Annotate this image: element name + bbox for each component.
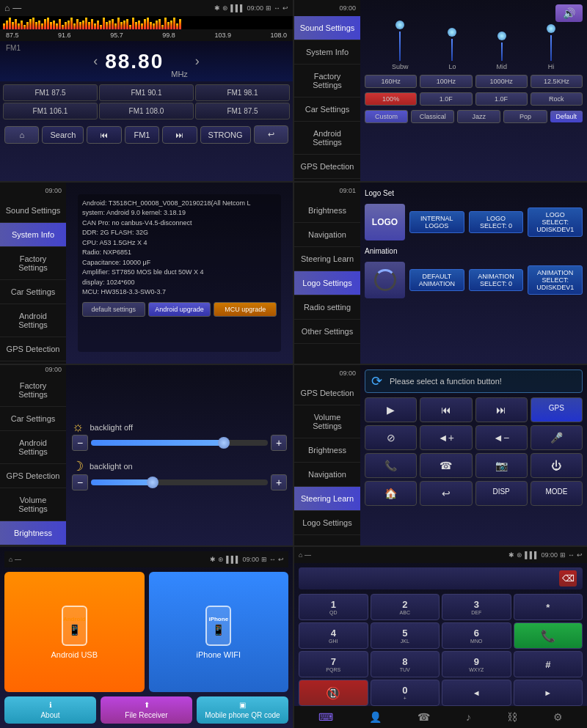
backlight-on-minus[interactable]: − — [72, 474, 88, 490]
menu-gps-detection[interactable]: GPS Detection — [0, 464, 66, 488]
subw-knob[interactable] — [395, 21, 404, 29]
internal-logos-btn[interactable]: INTERNAL LOGOS — [409, 211, 464, 233]
menu-android-settings[interactable]: Android Settings — [0, 304, 66, 337]
about-btn[interactable]: ℹ About — [4, 696, 96, 724]
menu-logo-settings[interactable]: Logo Settings — [294, 271, 360, 295]
preset-classical[interactable]: Classical — [411, 110, 454, 123]
logo-select-0-btn[interactable]: LOGO SELECT: 0 — [469, 211, 524, 233]
dial-5[interactable]: 5 JKL — [371, 622, 440, 649]
home-btn[interactable]: ⌂ — [4, 126, 39, 144]
dial-hash[interactable]: # — [514, 651, 583, 677]
dial-3[interactable]: 3 DEF — [442, 594, 511, 620]
dialer-nav-link[interactable]: ⛓ — [507, 711, 517, 723]
steer-prev-btn[interactable]: ⏮ — [420, 397, 472, 422]
dial-8[interactable]: 8 TUV — [371, 651, 440, 677]
qr-code-btn[interactable]: ▣ Mobile phone QR code — [197, 696, 288, 724]
preset-4[interactable]: FM1 106.1 — [3, 103, 98, 120]
steer-gps-btn[interactable]: GPS — [531, 397, 583, 422]
dialer-nav-phone[interactable]: ⌨ — [318, 711, 333, 723]
steer-play-btn[interactable]: ▶ — [365, 397, 417, 422]
menu-steering-learn[interactable]: Steering Learn — [294, 487, 360, 511]
steer-call-btn[interactable]: 📞 — [365, 453, 417, 478]
dialer-nav-contacts[interactable]: 👤 — [369, 711, 382, 723]
steer-power-btn[interactable]: ⏻ — [531, 453, 583, 478]
end-call-btn[interactable]: 📵 — [299, 680, 368, 706]
menu-car-settings[interactable]: Car Settings — [0, 280, 66, 304]
dialer-nav-recents[interactable]: ☎ — [418, 711, 430, 723]
menu-factory-settings[interactable]: Factory Settings — [0, 374, 66, 407]
menu-gps-detection[interactable]: GPS Detection — [294, 155, 360, 179]
freq-160hz[interactable]: 160Hz — [365, 75, 417, 88]
steer-mic-btn[interactable]: 🎤 — [531, 425, 583, 450]
file-receiver-btn[interactable]: ⬆ File Receiver — [101, 696, 192, 724]
steer-voldown-btn[interactable]: ◄− — [475, 425, 528, 450]
menu-gps-detection[interactable]: GPS Detection — [0, 337, 66, 361]
preset-6[interactable]: FM1 87.5 — [195, 103, 290, 120]
dialer-nav-music[interactable]: ♪ — [466, 711, 471, 723]
menu-android-settings[interactable]: Android Settings — [0, 431, 66, 464]
freq-prev-btn[interactable]: ‹ — [93, 54, 98, 69]
default-btn[interactable]: Default — [550, 111, 583, 122]
level-100[interactable]: 100% — [365, 92, 417, 106]
menu-factory-settings[interactable]: Factory Settings — [294, 65, 360, 98]
menu-system-info[interactable]: System Info — [294, 40, 360, 65]
backspace-btn[interactable]: ⌫ — [559, 570, 577, 587]
menu-sound-settings[interactable]: Sound Settings — [294, 16, 360, 40]
dial-nav1[interactable]: ◄ — [442, 680, 511, 706]
freq-100hz[interactable]: 100Hz — [420, 75, 472, 88]
level-rock[interactable]: Rock — [531, 92, 583, 106]
dial-1[interactable]: 1 QD — [299, 594, 368, 620]
back-btn[interactable]: ↩ — [254, 125, 288, 144]
dial-star[interactable]: * — [514, 594, 583, 620]
logo-select-udisk-btn[interactable]: LOGO SELECT: UDISKDEV1 — [528, 207, 583, 237]
freq-1000hz[interactable]: 1000Hz — [475, 75, 528, 88]
menu-system-info[interactable]: System Info — [0, 223, 66, 247]
preset-pop[interactable]: Pop — [503, 110, 547, 123]
menu-radio-setting[interactable]: Radio setting — [294, 295, 360, 320]
backlight-off-plus[interactable]: + — [271, 435, 287, 451]
iphone-wifi-tile[interactable]: iPhone 📱 iPhone WIFI — [149, 572, 289, 692]
menu-sound-settings[interactable]: Sound Settings — [0, 199, 66, 223]
menu-android-settings[interactable]: Android Settings — [294, 122, 360, 155]
mcu-upgrade-btn[interactable]: MCU upgrade — [214, 302, 277, 317]
preset-3[interactable]: FM1 98.1 — [195, 84, 290, 101]
anim-select-0-btn[interactable]: ANIMATION SELECT: 0 — [469, 269, 524, 291]
menu-brightness[interactable]: Brightness — [294, 438, 360, 463]
menu-car-settings[interactable]: Car Settings — [294, 98, 360, 122]
menu-logo-settings[interactable]: Logo Settings — [294, 511, 360, 535]
hi-knob[interactable] — [547, 24, 555, 33]
freq-next-btn[interactable]: › — [195, 54, 200, 69]
preset-custom[interactable]: Custom — [365, 110, 408, 123]
preset-1[interactable]: FM1 87.5 — [3, 84, 98, 101]
level-1f-2[interactable]: 1.0F — [475, 92, 528, 106]
steer-mute-btn[interactable]: ⊘ — [365, 425, 417, 450]
preset-5[interactable]: FM1 108.0 — [99, 103, 194, 120]
dial-7[interactable]: 7 PQRS — [299, 651, 368, 677]
menu-brightness[interactable]: Brightness — [294, 199, 360, 223]
band-btn[interactable]: FM1 — [125, 126, 159, 144]
dial-2[interactable]: 2 ABC — [371, 594, 440, 620]
search-btn[interactable]: Search — [42, 126, 84, 144]
menu-brightness[interactable]: Brightness — [0, 521, 66, 545]
preset-2[interactable]: FM1 90.1 — [99, 84, 194, 101]
backlight-off-thumb[interactable] — [218, 437, 230, 449]
menu-other-settings[interactable]: Other Settings — [294, 320, 360, 344]
sound-icon-btn[interactable]: 🔊 — [555, 4, 583, 22]
mid-knob[interactable] — [497, 32, 506, 40]
menu-car-settings[interactable]: Car Settings — [0, 407, 66, 431]
android-usb-tile[interactable]: Android 📱 Android USB — [4, 572, 145, 692]
next-btn[interactable]: ⏭ — [162, 126, 197, 144]
preset-jazz[interactable]: Jazz — [457, 110, 500, 123]
menu-volume-settings[interactable]: Volume Settings — [294, 405, 360, 438]
steer-volup-btn[interactable]: ◄+ — [420, 425, 472, 450]
steer-camera-btn[interactable]: 📷 — [475, 453, 528, 478]
default-settings-btn[interactable]: default settings — [82, 302, 145, 317]
lo-knob[interactable] — [448, 28, 456, 37]
dial-nav2[interactable]: ► — [514, 680, 583, 706]
backlight-on-thumb[interactable] — [147, 477, 158, 488]
dial-4[interactable]: 4 GHI — [299, 622, 368, 649]
call-btn[interactable]: 📞 — [514, 622, 583, 649]
steer-phone-btn[interactable]: ☎ — [420, 453, 472, 478]
strong-btn[interactable]: STRONG — [200, 126, 251, 144]
default-anim-btn[interactable]: DEFAULT ANIMATION — [409, 269, 464, 291]
